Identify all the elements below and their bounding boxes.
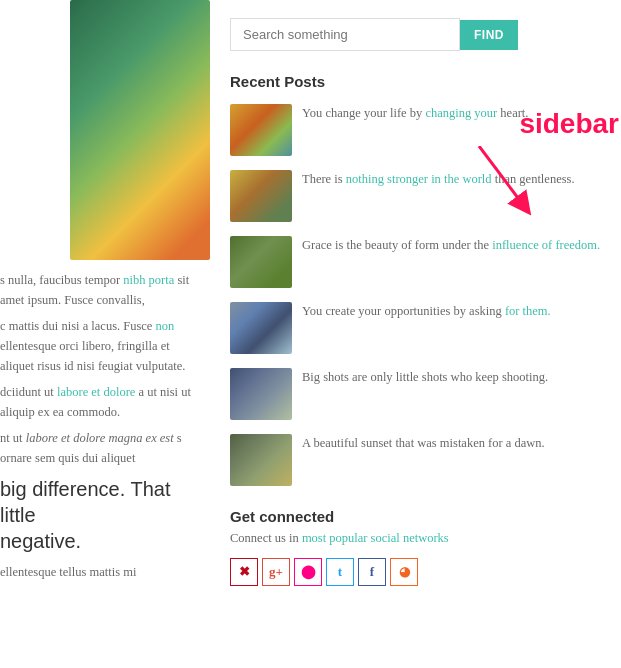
- right-wrapper: sidebar FIND Recent Posts You change you…: [210, 0, 621, 668]
- para2-text: c mattis dui nisi a lacus. Fusce: [0, 319, 156, 333]
- post-thumb-2: [230, 170, 292, 222]
- post-item-6: A beautiful sunset that was mistaken for…: [230, 434, 601, 486]
- para4-italic: labore et dolore magna ex est: [26, 431, 174, 445]
- get-connected-title: Get connected: [230, 508, 601, 525]
- post-text-3: Grace is the beauty of form under the in…: [302, 236, 600, 255]
- search-input[interactable]: [230, 18, 460, 51]
- post-4-link[interactable]: for them.: [505, 304, 551, 318]
- search-bar: FIND: [230, 18, 601, 51]
- flickr-icon[interactable]: ⬤: [294, 558, 322, 586]
- left-body-text: s nulla, faucibus tempor nibh porta sit …: [0, 270, 210, 588]
- rss-icon[interactable]: ◕: [390, 558, 418, 586]
- find-button[interactable]: FIND: [460, 20, 518, 50]
- social-icons-row: ✖ g+ ⬤ t f ◕: [230, 558, 601, 586]
- para3-text: dciidunt ut: [0, 385, 57, 399]
- recent-posts-title: Recent Posts: [230, 73, 601, 90]
- post-item-2: There is nothing stronger in the world t…: [230, 170, 601, 222]
- post-item-5: Big shots are only little shots who keep…: [230, 368, 601, 420]
- left-column: s nulla, faucibus tempor nibh porta sit …: [0, 0, 210, 668]
- connect-description: Connect us in most popular social networ…: [230, 531, 601, 546]
- google-plus-icon[interactable]: g+: [262, 558, 290, 586]
- post-thumb-4: [230, 302, 292, 354]
- post-text-5: Big shots are only little shots who keep…: [302, 368, 548, 387]
- connect-link[interactable]: most popular social networks: [302, 531, 449, 545]
- post-2-link[interactable]: nothing stronger in the world: [346, 172, 492, 186]
- left-hero-image: [70, 0, 210, 260]
- twitter-icon[interactable]: t: [326, 558, 354, 586]
- para2-link[interactable]: non: [156, 319, 175, 333]
- para3-link1[interactable]: labore et dolore: [57, 385, 135, 399]
- para4-before: nt ut: [0, 431, 26, 445]
- post-item-3: Grace is the beauty of form under the in…: [230, 236, 601, 288]
- post-text-2: There is nothing stronger in the world t…: [302, 170, 575, 189]
- post-item-1: You change your life by changing your he…: [230, 104, 601, 156]
- post-item-4: You create your opportunities by asking …: [230, 302, 601, 354]
- post-list: You change your life by changing your he…: [230, 104, 601, 486]
- para1-text: s nulla, faucibus tempor: [0, 273, 123, 287]
- para5-text: ellentesque tellus mattis mi: [0, 565, 136, 579]
- post-thumb-5: [230, 368, 292, 420]
- para1-link[interactable]: nibh porta: [123, 273, 174, 287]
- post-text-6: A beautiful sunset that was mistaken for…: [302, 434, 545, 453]
- big-text: big difference. That little negative.: [0, 476, 200, 554]
- post-thumb-6: [230, 434, 292, 486]
- para2-after: ellentesque orci libero, fringilla et al…: [0, 339, 185, 373]
- post-text-1: You change your life by changing your he…: [302, 104, 528, 123]
- post-thumb-1: [230, 104, 292, 156]
- post-1-link[interactable]: changing your: [425, 106, 497, 120]
- pinterest-icon[interactable]: ✖: [230, 558, 258, 586]
- post-text-4: You create your opportunities by asking …: [302, 302, 551, 321]
- post-thumb-3: [230, 236, 292, 288]
- facebook-icon[interactable]: f: [358, 558, 386, 586]
- get-connected-section: Get connected Connect us in most popular…: [230, 508, 601, 586]
- post-3-link[interactable]: influence of freedom.: [492, 238, 600, 252]
- right-column: FIND Recent Posts You change your life b…: [210, 0, 621, 604]
